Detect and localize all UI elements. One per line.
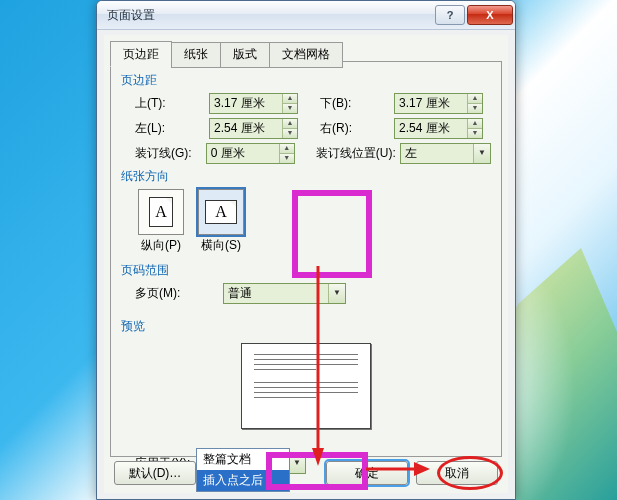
titlebar[interactable]: 页面设置 ? X bbox=[97, 1, 515, 30]
tab-grid[interactable]: 文档网格 bbox=[269, 42, 343, 68]
gutter-label: 装订线(G): bbox=[135, 145, 206, 162]
right-margin-input[interactable] bbox=[395, 119, 467, 138]
bottom-margin-label: 下(B): bbox=[320, 95, 394, 112]
left-margin-label: 左(L): bbox=[135, 120, 209, 137]
section-preview: 预览 bbox=[121, 318, 491, 335]
ok-button[interactable]: 确定 bbox=[326, 461, 408, 485]
gutter-spinner[interactable]: ▲▼ bbox=[206, 143, 295, 164]
dialog-title: 页面设置 bbox=[107, 7, 433, 24]
left-margin-input[interactable] bbox=[210, 119, 282, 138]
landscape-icon: A bbox=[198, 189, 244, 235]
spin-down-icon[interactable]: ▼ bbox=[283, 129, 297, 138]
spin-up-icon[interactable]: ▲ bbox=[283, 94, 297, 104]
apply-option-whole-doc[interactable]: 整篇文档 bbox=[197, 449, 289, 470]
multipage-value[interactable] bbox=[224, 284, 328, 303]
help-button[interactable]: ? bbox=[435, 5, 465, 25]
spin-down-icon[interactable]: ▼ bbox=[283, 104, 297, 113]
multipage-label: 多页(M): bbox=[135, 285, 209, 302]
spin-down-icon[interactable]: ▼ bbox=[280, 154, 294, 163]
right-margin-spinner[interactable]: ▲▼ bbox=[394, 118, 483, 139]
chevron-down-icon[interactable]: ▼ bbox=[473, 144, 490, 163]
close-button[interactable]: X bbox=[467, 5, 513, 25]
tabstrip: 页边距 纸张 版式 文档网格 bbox=[110, 41, 342, 67]
dialog-button-row: 默认(D)… 确定 取消 bbox=[114, 461, 498, 485]
tab-layout[interactable]: 版式 bbox=[220, 42, 270, 68]
tab-margins[interactable]: 页边距 bbox=[110, 41, 172, 67]
right-margin-label: 右(R): bbox=[320, 120, 394, 137]
spin-up-icon[interactable]: ▲ bbox=[468, 94, 482, 104]
chevron-down-icon[interactable]: ▼ bbox=[328, 284, 345, 303]
bottom-margin-spinner[interactable]: ▲▼ bbox=[394, 93, 483, 114]
default-button[interactable]: 默认(D)… bbox=[114, 461, 196, 485]
gutter-pos-label: 装订线位置(U): bbox=[316, 145, 400, 162]
tabpane-margins: 页边距 上(T): ▲▼ 下(B): ▲▼ 左(L): ▲▼ bbox=[110, 61, 502, 457]
spin-down-icon[interactable]: ▼ bbox=[468, 104, 482, 113]
landscape-label: 横向(S) bbox=[195, 237, 247, 254]
gutter-pos-value[interactable] bbox=[401, 144, 473, 163]
bottom-margin-input[interactable] bbox=[395, 94, 467, 113]
preview-page bbox=[241, 343, 371, 429]
dialog-client: 页边距 纸张 版式 文档网格 页边距 上(T): ▲▼ 下(B): ▲▼ bbox=[104, 35, 508, 493]
spin-down-icon[interactable]: ▼ bbox=[468, 129, 482, 138]
orientation-portrait[interactable]: A 纵向(P) bbox=[135, 189, 187, 254]
gutter-input[interactable] bbox=[207, 144, 279, 163]
spin-up-icon[interactable]: ▲ bbox=[468, 119, 482, 129]
apply-option-after-cursor[interactable]: 插入点之后 bbox=[197, 470, 289, 491]
top-margin-label: 上(T): bbox=[135, 95, 209, 112]
cancel-button[interactable]: 取消 bbox=[416, 461, 498, 485]
top-margin-spinner[interactable]: ▲▼ bbox=[209, 93, 298, 114]
section-margins: 页边距 bbox=[121, 72, 491, 89]
portrait-icon: A bbox=[138, 189, 184, 235]
section-orientation: 纸张方向 bbox=[121, 168, 491, 185]
portrait-label: 纵向(P) bbox=[135, 237, 187, 254]
spin-up-icon[interactable]: ▲ bbox=[283, 119, 297, 129]
section-pages: 页码范围 bbox=[121, 262, 491, 279]
orientation-landscape[interactable]: A 横向(S) bbox=[195, 189, 247, 254]
page-setup-dialog: 页面设置 ? X 页边距 纸张 版式 文档网格 页边距 上(T): ▲▼ 下(B… bbox=[96, 0, 516, 500]
spin-up-icon[interactable]: ▲ bbox=[280, 144, 294, 154]
top-margin-input[interactable] bbox=[210, 94, 282, 113]
apply-to-dropdown[interactable]: 整篇文档 插入点之后 bbox=[196, 448, 290, 492]
left-margin-spinner[interactable]: ▲▼ bbox=[209, 118, 298, 139]
multipage-combo[interactable]: ▼ bbox=[223, 283, 346, 304]
gutter-pos-combo[interactable]: ▼ bbox=[400, 143, 491, 164]
tab-paper[interactable]: 纸张 bbox=[171, 42, 221, 68]
